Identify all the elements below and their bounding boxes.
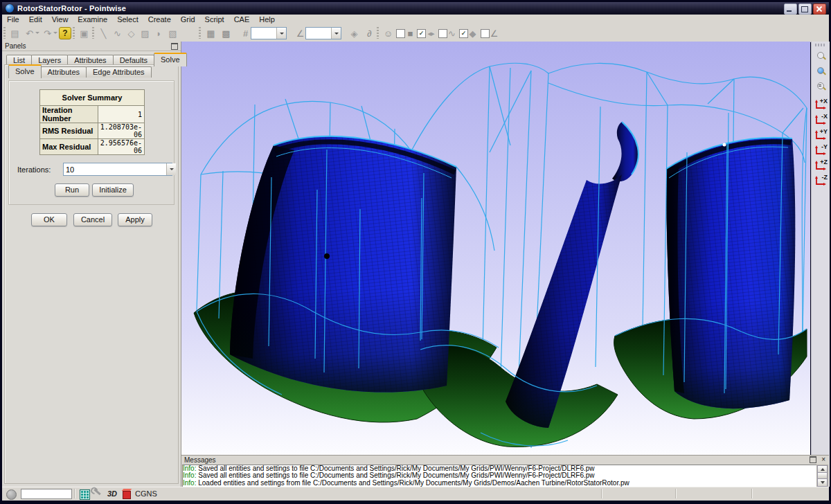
structured-grid-icon[interactable]: ▦ (204, 26, 218, 41)
help-icon[interactable]: ? (59, 27, 71, 39)
minimize-button[interactable] (784, 3, 797, 15)
show-blocks-icon[interactable]: ■ (403, 26, 418, 41)
grid-level-combo[interactable] (251, 27, 287, 39)
toolbar-grip[interactable] (377, 27, 379, 39)
message-log: Info: Saved all entities and settings to… (182, 465, 819, 487)
separator (74, 489, 75, 498)
create-block-icon[interactable]: ▧ (166, 26, 180, 41)
close-button[interactable] (813, 3, 826, 15)
rms-residual-label: RMS Residual (40, 123, 98, 139)
tab-solve[interactable]: Solve (154, 53, 187, 66)
show-angle-icon[interactable]: ∠ (487, 26, 501, 41)
pointwise-logo-icon (6, 4, 14, 12)
toolbar-grip[interactable] (199, 27, 201, 39)
angle-input[interactable] (306, 28, 331, 39)
subtab-solve[interactable]: Solve (8, 64, 42, 78)
view-plus-z-button[interactable]: +Z (813, 158, 828, 172)
grid-level-input[interactable] (251, 28, 276, 39)
show-domain-icon[interactable]: ◆ (424, 30, 438, 38)
zoom-to-fit-icon[interactable] (813, 64, 828, 78)
show-mask-icon[interactable]: ☺ (381, 26, 395, 41)
toolbar-grip[interactable] (815, 44, 826, 46)
max-residual-value: 2.956576e-06 (98, 139, 144, 155)
float-messages-icon[interactable] (810, 456, 816, 463)
menu-examine[interactable]: Examine (73, 15, 112, 24)
iteration-number-value: 1 (98, 106, 144, 123)
table-row: Iteration Number 1 (40, 106, 145, 123)
layer-stack-icon[interactable]: ▣ (77, 26, 91, 41)
restore-button[interactable] (798, 3, 812, 15)
show-database-icon[interactable]: ◆ (465, 26, 480, 41)
turbine-scene (181, 42, 810, 455)
zoom-icon[interactable] (813, 48, 828, 63)
combo-dropdown-icon[interactable] (331, 28, 341, 39)
messages-scrollbar[interactable] (816, 465, 828, 487)
run-button[interactable]: Run (55, 183, 89, 197)
view-minus-y-button[interactable]: -Y (813, 143, 828, 157)
wrench-icon (93, 489, 100, 495)
toolbar-grip[interactable] (73, 27, 75, 39)
apply-button[interactable]: Apply (118, 213, 152, 226)
redo-icon[interactable]: ↷ (40, 26, 55, 41)
menu-script[interactable]: Script (200, 15, 229, 24)
unstructured-grid-icon[interactable]: ▩ (219, 26, 233, 41)
progress-field (21, 489, 72, 499)
save-icon[interactable]: ▤ (8, 26, 22, 41)
create-meshed-domain-icon[interactable]: ▨ (138, 26, 152, 41)
partial-derivative-icon[interactable]: ∂ (362, 26, 377, 41)
angle-combo[interactable] (305, 27, 341, 39)
redo-dropdown-icon[interactable] (53, 32, 57, 34)
solve-subtab-bar: Solve Attributes Edge Attributes (8, 64, 151, 78)
panels-dock-titlebar: Panels (2, 42, 181, 51)
create-connector-icon[interactable]: ╲ (96, 26, 111, 41)
solver-summary-table: Solver Summary Iteration Number 1 RMS Re… (39, 89, 145, 155)
separator (751, 489, 752, 498)
view-minus-z-button[interactable]: -Z (813, 173, 828, 188)
iterations-input[interactable] (64, 163, 166, 175)
iterations-label: Iterations: (17, 165, 51, 174)
combo-dropdown-icon[interactable] (276, 28, 286, 39)
viewport-3d[interactable] (181, 42, 810, 455)
iterations-combo[interactable] (63, 163, 172, 176)
messages-title: Messages (181, 456, 810, 464)
combo-dropdown-icon[interactable] (166, 163, 176, 175)
zoom-actual-size-icon[interactable] (813, 79, 828, 93)
menu-help[interactable]: Help (254, 15, 280, 24)
float-panel-icon[interactable] (171, 43, 178, 50)
selected-point[interactable] (324, 253, 330, 259)
create-domain-icon[interactable]: ◇ (124, 26, 138, 41)
panels-dock-title: Panels (2, 42, 171, 50)
menu-file[interactable]: File (2, 15, 24, 24)
subtab-edge-attributes[interactable]: Edge Attributes (86, 66, 152, 78)
menu-edit[interactable]: Edit (24, 15, 47, 24)
max-residual-label: Max Residual (40, 139, 98, 155)
menu-bar: File Edit View Examine Select Create Gri… (2, 15, 829, 24)
toolbar-grip[interactable] (92, 27, 94, 39)
cancel-button[interactable]: Cancel (73, 213, 112, 226)
undo-dropdown-icon[interactable] (35, 32, 39, 34)
messages-titlebar: Messages × (181, 456, 829, 464)
menu-cae[interactable]: CAE (229, 15, 255, 24)
undo-icon[interactable]: ↶ (22, 26, 37, 41)
rms-residual-value: 1.208703e-06 (98, 123, 144, 139)
create-curve-icon[interactable]: ∿ (110, 26, 125, 41)
menu-select[interactable]: Select (112, 15, 143, 24)
show-connectors-icon[interactable]: ∿ (445, 26, 459, 41)
view-plus-x-button[interactable]: +X (813, 97, 828, 111)
toolbar-grip[interactable] (3, 27, 6, 39)
close-messages-icon[interactable]: × (821, 456, 825, 463)
create-extrude-icon[interactable]: ◗ (152, 26, 166, 41)
menu-grid[interactable]: Grid (176, 15, 200, 24)
ok-button[interactable]: OK (31, 213, 67, 226)
cae-cube-icon (123, 491, 131, 499)
diamond-tool-icon[interactable]: ◈ (347, 26, 361, 41)
separator (675, 489, 676, 498)
initialize-button[interactable]: Initialize (92, 183, 134, 197)
cae-solver-label: CGNS (135, 489, 157, 498)
menu-create[interactable]: Create (143, 15, 176, 24)
menu-view[interactable]: View (47, 15, 73, 24)
subtab-attributes[interactable]: Attributes (41, 66, 87, 78)
scroll-down-icon[interactable] (817, 478, 828, 487)
view-plus-y-button[interactable]: +Y (813, 127, 828, 142)
view-minus-x-button[interactable]: -X (813, 112, 828, 127)
